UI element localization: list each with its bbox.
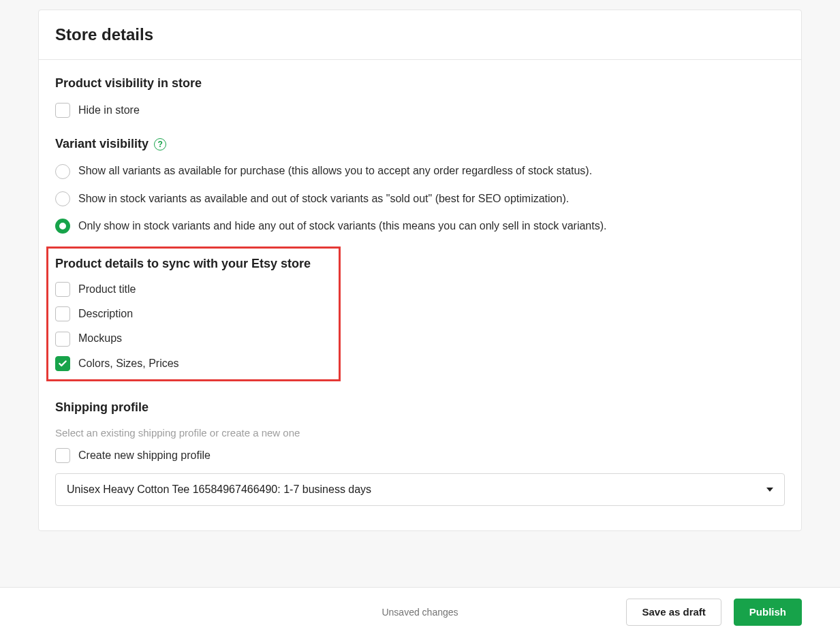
publish-button[interactable]: Publish <box>734 599 802 613</box>
sync-item-3[interactable]: Colors, Sizes, Prices <box>55 356 332 371</box>
shipping-section-title: Shipping profile <box>55 400 785 415</box>
sync-checkbox-3[interactable] <box>55 356 70 371</box>
visibility-section-title: Product visibility in store <box>55 76 785 91</box>
variant-option-1[interactable]: Show in stock variants as available and … <box>55 191 785 206</box>
unsaved-status: Unsaved changes <box>382 607 458 613</box>
variant-section-title: Variant visibility ? <box>55 137 785 151</box>
sync-section-title: Product details to sync with your Etsy s… <box>55 257 332 271</box>
variant-option-0[interactable]: Show all variants as available for purch… <box>55 163 785 178</box>
sync-highlight-box: Product details to sync with your Etsy s… <box>46 247 341 382</box>
create-shipping-checkbox[interactable] <box>55 448 70 463</box>
variant-label-0: Show all variants as available for purch… <box>78 163 592 178</box>
sync-label-0: Product title <box>78 282 136 297</box>
sync-checkbox-2[interactable] <box>55 332 70 347</box>
store-details-panel: Store details Product visibility in stor… <box>38 10 802 531</box>
sync-checkbox-0[interactable] <box>55 282 70 297</box>
chevron-down-icon <box>766 488 773 492</box>
sync-label-3: Colors, Sizes, Prices <box>78 356 179 371</box>
sync-item-1[interactable]: Description <box>55 306 332 321</box>
variant-radio-0[interactable] <box>55 164 70 179</box>
create-shipping-row[interactable]: Create new shipping profile <box>55 448 785 463</box>
sync-label-2: Mockups <box>78 331 122 346</box>
hide-in-store-label: Hide in store <box>78 103 140 118</box>
sync-checkbox-1[interactable] <box>55 306 70 321</box>
variant-section-title-text: Variant visibility <box>55 137 149 151</box>
help-icon[interactable]: ? <box>154 138 166 150</box>
variant-radio-2[interactable] <box>55 219 70 234</box>
panel-header: Store details <box>39 10 801 60</box>
hide-in-store-row[interactable]: Hide in store <box>55 103 785 118</box>
shipping-helper: Select an existing shipping profile or c… <box>55 427 785 439</box>
hide-in-store-checkbox[interactable] <box>55 103 70 118</box>
variant-label-2: Only show in stock variants and hide any… <box>78 219 606 234</box>
sync-label-1: Description <box>78 306 133 321</box>
shipping-profile-value: Unisex Heavy Cotton Tee 16584967466490: … <box>67 483 371 496</box>
variant-label-1: Show in stock variants as available and … <box>78 191 569 206</box>
sync-item-0[interactable]: Product title <box>55 282 332 297</box>
variant-radio-1[interactable] <box>55 191 70 206</box>
footer-bar: Unsaved changes Save as draft Publish <box>0 587 840 613</box>
create-shipping-label: Create new shipping profile <box>78 448 211 463</box>
panel-title: Store details <box>55 25 785 44</box>
save-draft-button[interactable]: Save as draft <box>626 599 721 613</box>
shipping-profile-select[interactable]: Unisex Heavy Cotton Tee 16584967466490: … <box>55 473 785 506</box>
variant-option-2[interactable]: Only show in stock variants and hide any… <box>55 219 785 234</box>
sync-item-2[interactable]: Mockups <box>55 331 332 346</box>
